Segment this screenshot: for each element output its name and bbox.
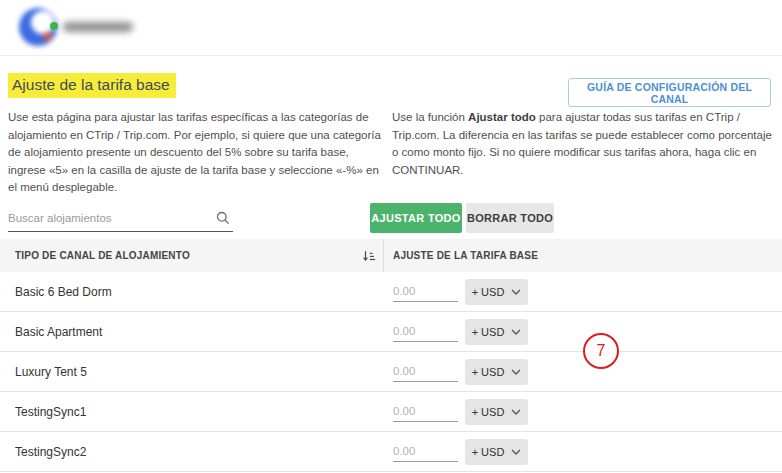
- chevron-down-icon: [511, 449, 521, 455]
- intro-right-text: Use la función: [392, 111, 468, 123]
- intro-paragraph-left: Use esta página para ajustar las tarifas…: [8, 109, 384, 197]
- accommodation-name: Basic 6 Bed Dorm: [15, 285, 112, 299]
- intro-paragraph-right: Use la función Ajustar todo para ajustar…: [392, 109, 774, 179]
- table-row: TestingSync1 + USD: [0, 392, 782, 432]
- top-bar: [0, 0, 782, 56]
- clear-all-button[interactable]: BORRAR TODO: [466, 203, 554, 233]
- channel-rate-adjustment-page: Ajuste de la tarifa base GUÍA DE CONFIGU…: [0, 0, 782, 473]
- chevron-down-icon: [511, 289, 521, 295]
- search-icon[interactable]: [216, 211, 230, 229]
- table-row: Luxury Tent 5 + USD: [0, 352, 782, 392]
- table-row: Basic 6 Bed Dorm + USD: [0, 272, 782, 312]
- status-dot: [50, 22, 58, 30]
- unit-dropdown[interactable]: + USD: [465, 439, 528, 465]
- column-divider: [383, 239, 384, 272]
- unit-dropdown-label: + USD: [472, 286, 505, 298]
- search-input[interactable]: [8, 205, 213, 230]
- unit-dropdown[interactable]: + USD: [465, 359, 528, 385]
- rate-adjustment-input[interactable]: [393, 320, 458, 342]
- rate-adjustment-input[interactable]: [393, 400, 458, 422]
- unit-dropdown-label: + USD: [472, 446, 505, 458]
- unit-dropdown-label: + USD: [472, 366, 505, 378]
- redacted-property-name: [63, 22, 133, 32]
- search-box: [8, 205, 233, 232]
- unit-dropdown-label: + USD: [472, 326, 505, 338]
- unit-dropdown-label: + USD: [472, 406, 505, 418]
- page-title: Ajuste de la tarifa base: [8, 73, 176, 98]
- adjust-all-button[interactable]: AJUSTAR TODO: [370, 203, 462, 233]
- table-row: TestingSync2 + USD: [0, 432, 782, 472]
- chevron-down-icon: [511, 329, 521, 335]
- table-row: Basic Apartment + USD: [0, 312, 782, 352]
- intro-right-bold: Ajustar todo: [468, 111, 536, 123]
- unit-dropdown[interactable]: + USD: [465, 279, 528, 305]
- column-header-base-rate-adjustment: AJUSTE DE LA TARIFA BASE: [393, 239, 538, 272]
- accommodation-name: TestingSync2: [15, 445, 86, 459]
- rate-adjustment-input[interactable]: [393, 440, 458, 462]
- channel-setup-guide-button[interactable]: GUÍA DE CONFIGURACIÓN DEL CANAL: [568, 78, 771, 107]
- chevron-down-icon: [511, 369, 521, 375]
- unit-dropdown[interactable]: + USD: [465, 399, 528, 425]
- accommodation-name: Basic Apartment: [15, 325, 102, 339]
- table-header: TIPO DE CANAL DE ALOJAMIENTO AJUSTE DE L…: [0, 239, 782, 272]
- step-annotation-circle: 7: [583, 333, 619, 369]
- sort-icon[interactable]: [362, 249, 376, 267]
- chevron-down-icon: [511, 409, 521, 415]
- rate-adjustment-input[interactable]: [393, 360, 458, 382]
- unit-dropdown[interactable]: + USD: [465, 319, 528, 345]
- rate-adjustment-input[interactable]: [393, 280, 458, 302]
- column-header-accommodation-type: TIPO DE CANAL DE ALOJAMIENTO: [15, 239, 190, 272]
- accommodation-name: Luxury Tent 5: [15, 365, 87, 379]
- accommodation-name: TestingSync1: [15, 405, 86, 419]
